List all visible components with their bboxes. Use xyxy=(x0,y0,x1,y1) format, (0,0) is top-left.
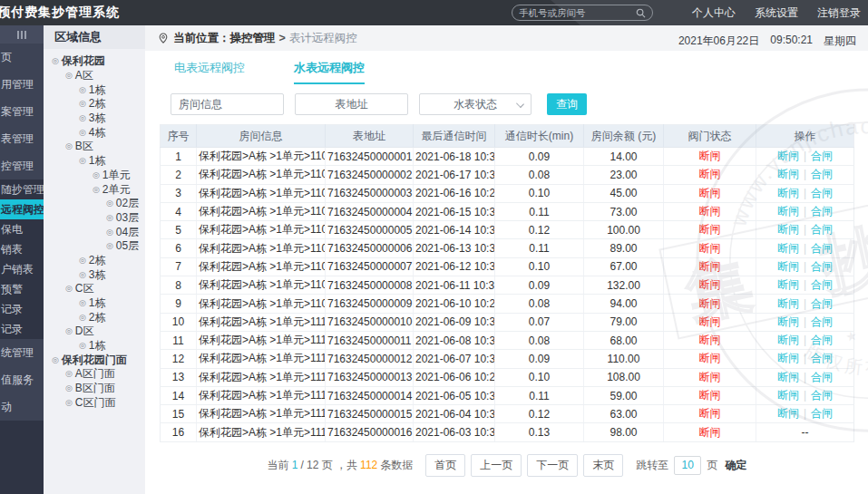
tree-node-icon[interactable]: ◎ xyxy=(106,242,113,250)
tree-item[interactable]: ◎2单元 xyxy=(44,182,145,197)
tree-item[interactable]: ◎1单元 xyxy=(44,169,145,183)
close-valve-link[interactable]: 断闸 xyxy=(777,187,799,199)
tree-node-icon[interactable]: ◎ xyxy=(65,370,73,378)
open-valve-link[interactable]: 合闸 xyxy=(811,334,833,346)
close-valve-link[interactable]: 断闸 xyxy=(777,278,799,291)
sidebar-item[interactable]: 页 xyxy=(0,44,44,71)
sidebar-item[interactable]: 值服务 xyxy=(0,366,44,393)
tree-node-icon[interactable]: ◎ xyxy=(65,142,73,150)
tree-item[interactable]: ◎D区 xyxy=(44,324,145,339)
sidebar-item[interactable]: 控管理 xyxy=(0,152,44,179)
sidebar-item[interactable]: 销表 xyxy=(0,239,44,259)
last-page-button[interactable]: 末页 xyxy=(583,454,623,477)
tree-node-icon[interactable]: ◎ xyxy=(106,214,113,222)
tree-node-icon[interactable]: ◎ xyxy=(79,342,86,350)
close-valve-link[interactable]: 断闸 xyxy=(777,242,799,255)
tree-node-icon[interactable]: ◎ xyxy=(65,384,73,392)
open-valve-link[interactable]: 合闸 xyxy=(811,315,833,328)
topbar-link-personal-center[interactable]: 个人中心 xyxy=(692,5,736,21)
tree-item[interactable]: ◎C区 xyxy=(44,282,145,296)
sidebar-item[interactable]: 记录 xyxy=(0,299,44,319)
tree-node-icon[interactable]: ◎ xyxy=(106,228,113,237)
sidebar-item[interactable]: 远程阀控 xyxy=(0,199,44,219)
close-valve-link[interactable]: 断闸 xyxy=(777,407,799,420)
close-valve-link[interactable]: 断闸 xyxy=(777,223,799,236)
close-valve-link[interactable]: 断闸 xyxy=(777,205,799,218)
tree-item[interactable]: ◎03层 xyxy=(44,211,145,226)
tab-water-valve-control[interactable]: 水表远程阀控 xyxy=(294,60,365,84)
topbar-link-system-settings[interactable]: 系统设置 xyxy=(755,5,798,21)
jump-page-input[interactable] xyxy=(674,456,701,475)
open-valve-link[interactable]: 合闸 xyxy=(811,260,833,273)
phone-search-input[interactable] xyxy=(519,7,636,18)
tree-node-icon[interactable]: ◎ xyxy=(65,72,73,80)
confirm-button[interactable]: 确定 xyxy=(725,458,746,473)
tree-item[interactable]: ◎1栋 xyxy=(44,339,145,354)
tree-item[interactable]: ◎4栋 xyxy=(44,125,145,140)
tree-item[interactable]: ◎3栋 xyxy=(44,267,145,282)
close-valve-link[interactable]: 断闸 xyxy=(777,334,799,346)
tree-item[interactable]: ◎05层 xyxy=(44,239,145,254)
tree-node-icon[interactable]: ◎ xyxy=(93,171,100,179)
sidebar-item[interactable]: 动 xyxy=(0,393,44,421)
topbar-link-logout[interactable]: 注销登录 xyxy=(817,5,861,21)
phone-search[interactable] xyxy=(512,5,653,21)
tab-electric-valve-control[interactable]: 电表远程阀控 xyxy=(174,60,245,84)
close-valve-link[interactable]: 断闸 xyxy=(777,150,799,162)
tree-item[interactable]: ◎3栋 xyxy=(44,111,145,126)
sidebar-collapse-icon[interactable] xyxy=(0,25,44,44)
tree-item[interactable]: ◎2栋 xyxy=(44,254,145,268)
close-valve-link[interactable]: 断闸 xyxy=(777,297,799,310)
tree-item[interactable]: ◎B区门面 xyxy=(44,382,145,396)
tree-item[interactable]: ◎04层 xyxy=(44,225,145,239)
sidebar-item[interactable]: 保电 xyxy=(0,219,44,239)
meter-address-input[interactable] xyxy=(295,93,408,115)
tree-item[interactable]: ◎02层 xyxy=(44,197,145,211)
open-valve-link[interactable]: 合闸 xyxy=(811,187,833,199)
prev-page-button[interactable]: 上一页 xyxy=(471,454,522,477)
sidebar-item[interactable]: 用管理 xyxy=(0,71,44,98)
close-valve-link[interactable]: 断闸 xyxy=(777,168,799,180)
tree-item[interactable]: ◎保利花园门面 xyxy=(44,353,145,367)
tree-node-icon[interactable]: ◎ xyxy=(65,285,73,293)
water-status-select[interactable]: 水表状态 xyxy=(419,93,532,115)
tree-node-icon[interactable]: ◎ xyxy=(79,100,86,108)
tree-node-icon[interactable]: ◎ xyxy=(79,114,86,122)
open-valve-link[interactable]: 合闸 xyxy=(811,407,833,420)
tree-item[interactable]: ◎1栋 xyxy=(44,82,145,97)
close-valve-link[interactable]: 断闸 xyxy=(777,389,799,402)
sidebar-item[interactable]: 统管理 xyxy=(0,339,44,366)
tree-item[interactable]: ◎C区门面 xyxy=(44,396,145,411)
tree-node-icon[interactable]: ◎ xyxy=(65,327,73,335)
open-valve-link[interactable]: 合闸 xyxy=(811,205,833,218)
breadcrumb-section[interactable]: 操控管理 xyxy=(230,31,276,46)
sidebar-item[interactable]: 记录 xyxy=(0,319,44,339)
first-page-button[interactable]: 首页 xyxy=(425,454,465,477)
open-valve-link[interactable]: 合闸 xyxy=(811,150,833,162)
next-page-button[interactable]: 下一页 xyxy=(527,454,578,477)
tree-node-icon[interactable]: ◎ xyxy=(106,199,113,208)
tree-item[interactable]: ◎B区 xyxy=(44,140,145,154)
close-valve-link[interactable]: 断闸 xyxy=(777,315,799,328)
tree-item[interactable]: ◎1栋 xyxy=(44,296,145,311)
tree-node-icon[interactable]: ◎ xyxy=(65,399,73,407)
tree-node-icon[interactable]: ◎ xyxy=(79,271,86,279)
open-valve-link[interactable]: 合闸 xyxy=(811,297,833,310)
tree-node-icon[interactable]: ◎ xyxy=(79,157,86,165)
tree-node-icon[interactable]: ◎ xyxy=(79,257,86,265)
tree-node-icon[interactable]: ◎ xyxy=(79,86,86,94)
sidebar-item[interactable]: 随抄管理 xyxy=(0,179,44,199)
room-info-input[interactable] xyxy=(171,93,284,115)
tree-item[interactable]: ◎1栋 xyxy=(44,154,145,169)
open-valve-link[interactable]: 合闸 xyxy=(811,371,833,383)
tree-item[interactable]: ◎2栋 xyxy=(44,310,145,324)
tree-item[interactable]: ◎A区 xyxy=(44,69,145,83)
open-valve-link[interactable]: 合闸 xyxy=(811,352,833,364)
tree-node-icon[interactable]: ◎ xyxy=(93,186,100,194)
tree-item[interactable]: ◎A区门面 xyxy=(44,367,145,382)
tree-node-icon[interactable]: ◎ xyxy=(79,299,86,307)
sidebar-item[interactable]: 表管理 xyxy=(0,125,44,152)
open-valve-link[interactable]: 合闸 xyxy=(811,242,833,255)
tree-node-icon[interactable]: ◎ xyxy=(79,314,86,322)
open-valve-link[interactable]: 合闸 xyxy=(811,278,833,291)
